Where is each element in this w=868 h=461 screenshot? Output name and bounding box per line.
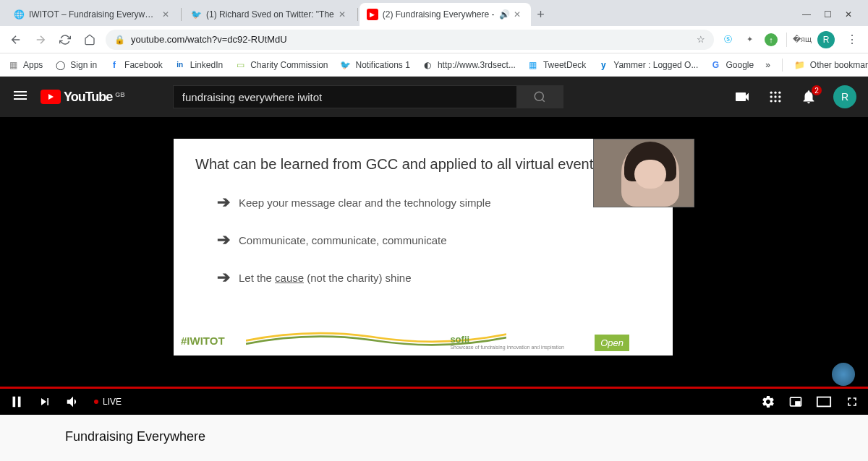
svg-point-8 — [774, 100, 776, 102]
close-icon[interactable]: ✕ — [162, 9, 172, 20]
volume-button[interactable] — [65, 394, 81, 410]
skype-icon[interactable]: ⓢ — [721, 33, 734, 46]
yammer-icon: y — [597, 59, 609, 71]
arrow-icon: ➔ — [217, 268, 230, 287]
svg-point-4 — [770, 95, 773, 98]
arrow-icon: ➔ — [217, 193, 230, 212]
twitter-icon: 🐦 — [340, 59, 352, 71]
apps-grid-button[interactable] — [767, 88, 784, 105]
bookmarks-bar: ▦Apps ◯Sign in fFacebook inLinkedIn ▭Cha… — [0, 53, 868, 77]
bookmark-notifications[interactable]: 🐦Notifications 1 — [340, 59, 410, 71]
next-button[interactable] — [38, 395, 52, 409]
svg-point-1 — [770, 92, 773, 94]
hashtag: #IWITOT — [181, 335, 225, 347]
youtube-header: YouTube GB 2 R — [0, 77, 868, 117]
other-bookmarks[interactable]: 📁Other bookmarks — [794, 59, 868, 71]
notifications-button[interactable]: 2 — [800, 88, 817, 105]
reading-list-icon[interactable]: �ящ — [796, 33, 809, 46]
slide-heading: What can be learned from GCC and applied… — [195, 156, 651, 173]
audio-icon[interactable]: 🔊 — [499, 9, 509, 20]
notification-badge: 2 — [812, 85, 822, 95]
browser-tab-iwitot[interactable]: 🌐 IWITOT – Fundraising Everywhere ✕ — [6, 3, 179, 26]
video-title: Fundraising Everywhere — [65, 429, 205, 447]
globe-icon: 🌐 — [13, 9, 25, 20]
new-tab-button[interactable]: + — [531, 4, 551, 25]
region-label: GB — [115, 91, 125, 98]
url-text: youtube.com/watch?v=dc92-RUtMdU — [131, 34, 287, 45]
video-player[interactable]: What can be learned from GCC and applied… — [0, 117, 868, 415]
svg-point-5 — [774, 95, 776, 98]
browser-tab-youtube[interactable]: ▶ (2) Fundraising Everywhere - 🔊 ✕ — [359, 3, 531, 26]
bookmarks-overflow[interactable]: » — [765, 60, 770, 70]
close-icon[interactable]: ✕ — [514, 9, 524, 20]
extension-icon[interactable]: ✦ — [743, 33, 756, 46]
linkedin-icon: in — [174, 59, 186, 71]
circle-icon: ◯ — [54, 59, 66, 71]
search-button[interactable] — [517, 85, 563, 108]
badge-icon: ▭ — [234, 59, 246, 71]
bookmark-signin[interactable]: ◯Sign in — [54, 59, 97, 71]
svg-point-7 — [770, 100, 773, 102]
player-controls: LIVE — [0, 389, 868, 415]
bookmark-yammer[interactable]: yYammer : Logged O... — [597, 59, 698, 71]
arrow-icon: ➔ — [217, 231, 230, 249]
bookmark-facebook[interactable]: fFacebook — [109, 59, 163, 71]
tab-title: (1) Richard Sved on Twitter: "The — [206, 9, 334, 20]
youtube-logo[interactable]: YouTube GB — [41, 90, 125, 105]
forward-button[interactable] — [32, 31, 49, 48]
twitter-icon: 🐦 — [190, 9, 202, 20]
tab-strip: 🌐 IWITOT – Fundraising Everywhere ✕ 🐦 (1… — [0, 0, 868, 26]
theater-button[interactable] — [816, 395, 832, 408]
reload-button[interactable] — [56, 31, 74, 48]
svg-rect-11 — [796, 402, 800, 405]
presenter-webcam — [593, 139, 694, 207]
svg-point-2 — [774, 92, 776, 94]
bookmark-charity[interactable]: ▭Charity Commission — [234, 59, 328, 71]
maximize-button[interactable]: ☐ — [824, 9, 832, 20]
open-logo: Open — [595, 335, 629, 351]
live-dot-icon — [94, 400, 98, 404]
youtube-wordmark: YouTube — [64, 90, 112, 105]
lock-icon: 🔒 — [114, 35, 125, 45]
svg-point-6 — [778, 95, 780, 98]
browser-tab-twitter[interactable]: 🐦 (1) Richard Sved on Twitter: "The ✕ — [183, 3, 356, 26]
bookmark-tweetdeck[interactable]: ▦TweetDeck — [527, 59, 586, 71]
close-window-button[interactable]: ✕ — [845, 9, 852, 20]
apps-icon: ▦ — [7, 59, 19, 71]
miniplayer-button[interactable] — [788, 395, 803, 409]
bookmark-google[interactable]: GGoogle — [710, 59, 754, 71]
bookmark-apps[interactable]: ▦Apps — [7, 59, 43, 71]
create-button[interactable] — [733, 88, 751, 105]
slide-bullet: ➔Let the cause (not the charity) shine — [217, 268, 651, 287]
pause-button[interactable] — [9, 394, 25, 410]
bookmark-linkedin[interactable]: inLinkedIn — [174, 59, 223, 71]
fullscreen-button[interactable] — [845, 395, 859, 409]
close-icon[interactable]: ✕ — [339, 9, 349, 20]
settings-button[interactable] — [761, 395, 775, 409]
menu-button[interactable]: ⋮ — [843, 31, 861, 48]
video-info: Fundraising Everywhere — [0, 415, 868, 461]
url-field[interactable]: 🔒 youtube.com/watch?v=dc92-RUtMdU ☆ — [106, 30, 714, 50]
svg-point-0 — [535, 92, 544, 100]
tab-title: (2) Fundraising Everywhere - — [383, 9, 495, 20]
channel-watermark[interactable] — [832, 363, 855, 386]
play-icon — [41, 90, 61, 104]
tab-title: IWITOT – Fundraising Everywhere — [29, 9, 158, 20]
bookmark-3rdsect[interactable]: ◐http://www.3rdsect... — [422, 59, 516, 71]
minimize-button[interactable]: — — [802, 9, 811, 20]
address-bar: 🔒 youtube.com/watch?v=dc92-RUtMdU ☆ ⓢ ✦ … — [0, 26, 868, 53]
globe-icon: ◐ — [422, 59, 433, 71]
search-input[interactable] — [173, 85, 517, 108]
svg-point-9 — [778, 100, 780, 102]
home-button[interactable] — [81, 31, 98, 48]
search-form — [173, 85, 563, 108]
facebook-icon: f — [109, 59, 120, 71]
hamburger-menu[interactable] — [12, 87, 29, 107]
profile-avatar[interactable]: R — [817, 31, 835, 48]
back-button[interactable] — [7, 31, 25, 48]
folder-icon: 📁 — [794, 59, 806, 71]
live-indicator[interactable]: LIVE — [94, 397, 122, 407]
account-avatar[interactable]: R — [833, 85, 856, 108]
star-icon[interactable]: ☆ — [697, 34, 705, 45]
extension-icon-green[interactable]: ↑ — [765, 33, 778, 46]
